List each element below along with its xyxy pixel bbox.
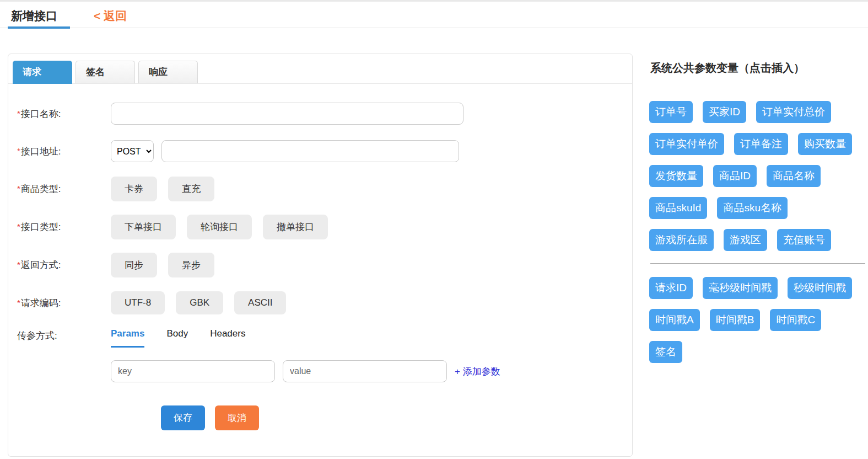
field-label: *请求编码: <box>17 297 111 309</box>
param-tag-buy-qty[interactable]: 购买数量 <box>798 133 852 155</box>
param-tag-signature[interactable]: 签名 <box>649 341 682 363</box>
tag-row: 订单号 买家ID 订单实付总价 <box>643 101 865 123</box>
param-tab-params[interactable]: Params <box>111 328 144 348</box>
page-header: 新增接口 < 返回 <box>0 2 868 28</box>
interface-name-input[interactable] <box>111 103 463 125</box>
tag-row: 订单实付单价 订单备注 购买数量 <box>643 133 865 155</box>
field-label: *接口名称: <box>17 108 111 120</box>
field-label: *接口类型: <box>17 221 111 233</box>
goods-type-direct-button[interactable]: 直充 <box>168 177 214 201</box>
tag-row: 游戏所在服 游戏区 充值账号 <box>643 229 865 251</box>
required-asterisk: * <box>17 298 20 307</box>
required-asterisk: * <box>17 222 20 231</box>
field-row-param-mode: 传参方式: Params Body Headers <box>17 328 632 353</box>
param-tag-ms-timestamp[interactable]: 毫秒级时间戳 <box>703 277 778 299</box>
param-tab-headers[interactable]: Headers <box>210 328 245 346</box>
sidebar-title: 系统公共参数变量（点击插入） <box>643 61 865 76</box>
system-params-sidebar: 系统公共参数变量（点击插入） 订单号 买家ID 订单实付总价 订单实付单价 订单… <box>643 61 865 373</box>
interface-form: *接口名称: *接口地址: POST *商品类型: 卡券 直充 *接口类型: <box>8 84 632 430</box>
required-asterisk: * <box>17 146 20 156</box>
field-row-api-type: *接口类型: 下单接口 轮询接口 撤单接口 <box>17 215 632 239</box>
param-tag-order-paid-total[interactable]: 订单实付总价 <box>756 101 831 123</box>
back-link[interactable]: < 返回 <box>94 8 127 24</box>
tab-bar: 请求 签名 响应 <box>8 54 632 84</box>
sidebar-divider <box>650 263 865 264</box>
param-tag-sku-id[interactable]: 商品skuId <box>649 197 707 219</box>
tag-row: 商品skuId 商品sku名称 <box>643 197 865 219</box>
save-button[interactable]: 保存 <box>161 405 205 430</box>
param-tag-sec-timestamp[interactable]: 秒级时间戳 <box>788 277 852 299</box>
api-type-cancel-button[interactable]: 撤单接口 <box>263 215 328 239</box>
add-param-link[interactable]: + 添加参数 <box>455 365 500 378</box>
param-tag-order-no[interactable]: 订单号 <box>649 101 693 123</box>
param-tag-sku-name[interactable]: 商品sku名称 <box>717 197 788 219</box>
cancel-button[interactable]: 取消 <box>215 405 259 430</box>
param-tag-request-id[interactable]: 请求ID <box>649 277 693 299</box>
param-value-input[interactable] <box>283 360 447 382</box>
param-tag-game-zone[interactable]: 游戏区 <box>724 229 767 251</box>
field-row-name: *接口名称: <box>17 102 632 126</box>
page-title: 新增接口 <box>11 8 57 24</box>
required-asterisk: * <box>17 184 20 193</box>
http-method-select[interactable]: POST <box>111 140 154 162</box>
field-row-goods-type: *商品类型: 卡券 直充 <box>17 177 632 201</box>
goods-type-card-button[interactable]: 卡券 <box>111 177 157 201</box>
return-async-button[interactable]: 异步 <box>168 253 214 277</box>
field-label: *返回方式: <box>17 259 111 271</box>
param-tag-timestamp-b[interactable]: 时间戳B <box>710 309 761 331</box>
tag-row: 发货数量 商品ID 商品名称 <box>643 165 865 187</box>
main-panel: 请求 签名 响应 *接口名称: *接口地址: POST *商品类型: 卡券 直充 <box>8 54 633 457</box>
title-underline <box>8 26 70 29</box>
param-tab-body[interactable]: Body <box>166 328 188 346</box>
param-tag-goods-name[interactable]: 商品名称 <box>767 165 821 187</box>
field-row-address: *接口地址: POST <box>17 139 632 163</box>
param-tag-recharge-account[interactable]: 充值账号 <box>777 229 831 251</box>
tab-response[interactable]: 响应 <box>138 61 198 83</box>
tag-row: 时间戳A 时间戳B 时间戳C <box>643 309 865 331</box>
api-type-order-button[interactable]: 下单接口 <box>111 215 176 239</box>
api-type-poll-button[interactable]: 轮询接口 <box>187 215 252 239</box>
tag-row: 请求ID 毫秒级时间戳 秒级时间戳 <box>643 277 865 299</box>
form-actions: 保存 取消 <box>161 405 632 430</box>
param-tag-buyer-id[interactable]: 买家ID <box>703 101 746 123</box>
required-asterisk: * <box>17 260 20 269</box>
param-tag-timestamp-a[interactable]: 时间戳A <box>649 309 700 331</box>
encoding-utf8-button[interactable]: UTF-8 <box>111 291 165 314</box>
encoding-ascii-button[interactable]: ASCII <box>234 291 286 314</box>
field-label: *商品类型: <box>17 183 111 195</box>
field-row-return-mode: *返回方式: 同步 异步 <box>17 253 632 277</box>
param-kv-row: + 添加参数 <box>17 359 632 383</box>
tab-signature[interactable]: 签名 <box>76 61 135 83</box>
interface-address-input[interactable] <box>161 140 459 162</box>
param-tag-order-remark[interactable]: 订单备注 <box>734 133 788 155</box>
param-tag-goods-id[interactable]: 商品ID <box>713 165 757 187</box>
param-tag-order-paid-unit[interactable]: 订单实付单价 <box>649 133 724 155</box>
param-tag-ship-qty[interactable]: 发货数量 <box>649 165 703 187</box>
param-tag-timestamp-c[interactable]: 时间戳C <box>770 309 821 331</box>
param-tag-game-server[interactable]: 游戏所在服 <box>649 229 714 251</box>
field-label: 传参方式: <box>17 328 111 342</box>
field-label: *接口地址: <box>17 145 111 158</box>
field-row-encoding: *请求编码: UTF-8 GBK ASCII <box>17 291 632 315</box>
tab-request[interactable]: 请求 <box>13 61 72 84</box>
tag-row: 签名 <box>643 341 865 363</box>
encoding-gbk-button[interactable]: GBK <box>176 291 223 314</box>
param-key-input[interactable] <box>111 360 275 382</box>
return-sync-button[interactable]: 同步 <box>111 253 157 277</box>
required-asterisk: * <box>17 109 20 118</box>
